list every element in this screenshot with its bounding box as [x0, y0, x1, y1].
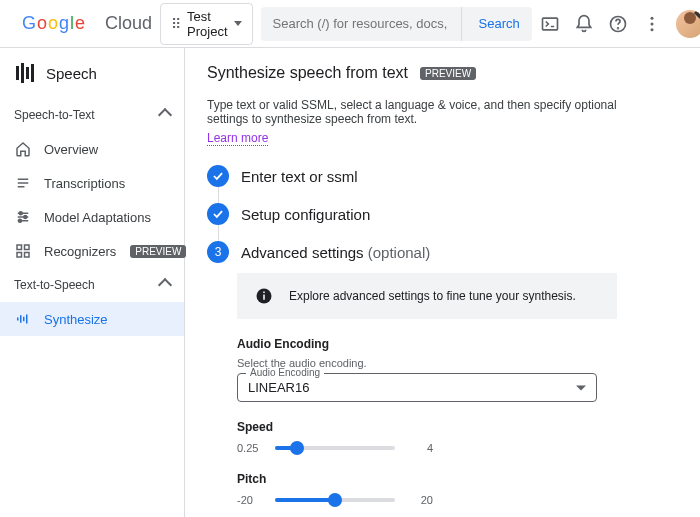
speed-slider[interactable] — [275, 446, 395, 450]
chevron-down-icon — [576, 385, 586, 390]
svg-rect-26 — [263, 295, 265, 300]
nav-menu-icon[interactable] — [10, 12, 14, 36]
svg-rect-22 — [20, 315, 22, 323]
project-name: Test Project — [187, 9, 227, 39]
svg-rect-21 — [17, 318, 19, 321]
chevron-up-icon — [158, 108, 172, 122]
learn-more-link[interactable]: Learn more — [207, 131, 268, 146]
page-description: Type text or valid SSML, select a langua… — [207, 98, 627, 126]
nav-recognizers[interactable]: Recognizers PREVIEW — [0, 234, 184, 268]
svg-rect-2 — [542, 18, 557, 30]
svg-point-6 — [650, 22, 653, 25]
speech-icon — [14, 62, 36, 84]
product-header: Speech — [0, 48, 184, 98]
top-header: Google Cloud ⠿ Test Project Search — [0, 0, 700, 48]
page-title: Synthesize speech from text — [207, 64, 408, 82]
main-content: Synthesize speech from text PREVIEW Type… — [185, 48, 700, 517]
search-bar: Search — [261, 7, 532, 41]
svg-rect-18 — [25, 245, 30, 250]
svg-rect-19 — [17, 253, 22, 258]
svg-point-5 — [650, 16, 653, 19]
step-1[interactable]: Enter text or ssml — [207, 165, 678, 187]
step-number-icon: 3 — [207, 241, 229, 263]
step-3[interactable]: 3 Advanced settings (optional) — [207, 241, 678, 263]
svg-point-14 — [19, 212, 22, 215]
step-connector — [218, 225, 219, 241]
nav-synthesize[interactable]: Synthesize — [0, 302, 184, 336]
preview-badge: PREVIEW — [420, 67, 476, 80]
project-selector[interactable]: ⠿ Test Project — [160, 3, 252, 45]
user-avatar[interactable] — [676, 10, 700, 38]
svg-rect-24 — [26, 315, 28, 324]
slider-thumb[interactable] — [328, 493, 342, 507]
chevron-up-icon — [158, 278, 172, 292]
svg-point-7 — [650, 28, 653, 31]
grid-icon — [14, 242, 32, 260]
product-title: Speech — [46, 65, 97, 82]
nav-overview[interactable]: Overview — [0, 132, 184, 166]
sidebar: Speech Speech-to-Text Overview Transcrip… — [0, 48, 185, 517]
step-connector — [218, 187, 219, 203]
list-icon — [14, 174, 32, 192]
audio-encoding-field: Audio Encoding Select the audio encoding… — [237, 337, 597, 402]
help-icon[interactable] — [608, 14, 628, 34]
svg-point-15 — [24, 216, 27, 219]
info-icon — [255, 287, 273, 305]
select-value: LINEAR16 — [248, 380, 309, 395]
more-icon[interactable] — [642, 14, 662, 34]
svg-rect-27 — [263, 292, 265, 294]
home-icon — [14, 140, 32, 158]
step-2[interactable]: Setup configuration — [207, 203, 678, 225]
notifications-icon[interactable] — [574, 14, 594, 34]
svg-rect-23 — [23, 317, 25, 322]
project-icon: ⠿ — [171, 17, 181, 31]
audio-encoding-select[interactable]: Audio Encoding LINEAR16 — [237, 373, 597, 402]
pitch-field: Pitch -20 20 — [237, 472, 457, 506]
search-input[interactable] — [261, 16, 461, 31]
section-text-to-speech[interactable]: Text-to-Speech — [0, 268, 184, 302]
pitch-slider[interactable] — [275, 498, 395, 502]
chevron-down-icon — [234, 21, 242, 26]
section-speech-to-text[interactable]: Speech-to-Text — [0, 98, 184, 132]
svg-rect-17 — [17, 245, 22, 250]
svg-point-4 — [617, 27, 618, 28]
speed-field: Speed 0.25 4 — [237, 420, 457, 454]
wave-icon — [14, 310, 32, 328]
cloud-shell-icon[interactable] — [540, 14, 560, 34]
search-button[interactable]: Search — [461, 7, 532, 41]
svg-point-16 — [19, 219, 22, 222]
check-icon — [207, 203, 229, 225]
slider-thumb[interactable] — [290, 441, 304, 455]
nav-model-adaptations[interactable]: Model Adaptations — [0, 200, 184, 234]
tune-icon — [14, 208, 32, 226]
check-icon — [207, 165, 229, 187]
preview-badge: PREVIEW — [130, 245, 186, 258]
field-label: Audio Encoding — [237, 337, 597, 351]
info-banner: Explore advanced settings to fine tune y… — [237, 273, 617, 319]
nav-transcriptions[interactable]: Transcriptions — [0, 166, 184, 200]
google-logo: Google — [22, 13, 85, 34]
svg-rect-20 — [25, 253, 30, 258]
